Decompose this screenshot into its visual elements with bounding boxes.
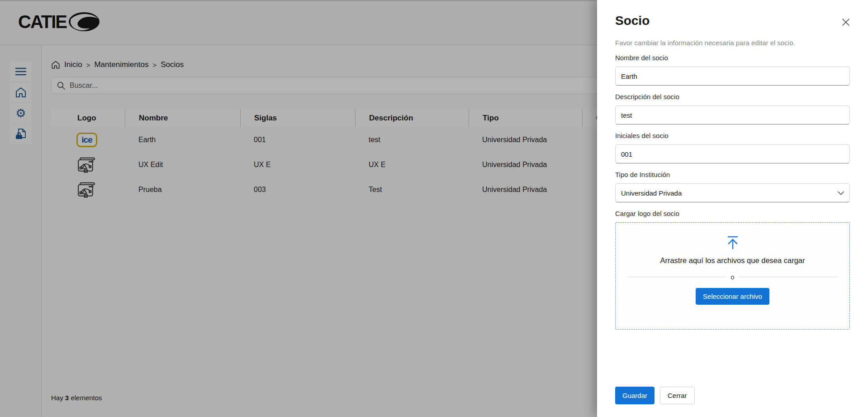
tipo-institucion-select[interactable]: Universidad Privada [615, 183, 850, 202]
dropzone-divider: o [629, 273, 837, 281]
panel-subtitle: Favor cambiar la información necesaria p… [615, 39, 850, 47]
cargar-logo-label: Cargar logo del socio [615, 210, 850, 219]
close-button[interactable] [840, 16, 852, 28]
close-panel-button[interactable]: Cerrar [660, 387, 695, 404]
nombre-socio-label: Nombre del socio [615, 54, 850, 63]
select-file-button[interactable]: Seleccionar archivo [696, 288, 769, 305]
descripcion-socio-label: Descripción del socio [615, 93, 850, 102]
close-icon [841, 17, 851, 27]
tipo-institucion-value: Universidad Privada [621, 189, 682, 197]
descripcion-socio-field[interactable] [615, 105, 850, 125]
panel-actions: Guardar Cerrar [615, 387, 695, 404]
iniciales-socio-field[interactable] [615, 144, 850, 163]
divider-line [740, 277, 837, 277]
file-dropzone[interactable]: Arrastre aquí los archivos que desea car… [615, 222, 850, 330]
socio-edit-panel: Socio Favor cambiar la información neces… [597, 0, 868, 417]
save-button[interactable]: Guardar [615, 387, 655, 404]
iniciales-socio-label: Iniciales del socio [615, 132, 850, 141]
tipo-institucion-label: Tipo de Institución [615, 171, 850, 180]
or-text: o [730, 273, 734, 281]
panel-title: Socio [615, 14, 850, 28]
dropzone-hint-text: Arrastre aquí los archivos que desea car… [660, 256, 805, 265]
nombre-socio-field[interactable] [615, 67, 850, 86]
upload-icon [726, 235, 740, 250]
divider-line [629, 277, 726, 277]
chevron-down-icon [838, 191, 844, 195]
